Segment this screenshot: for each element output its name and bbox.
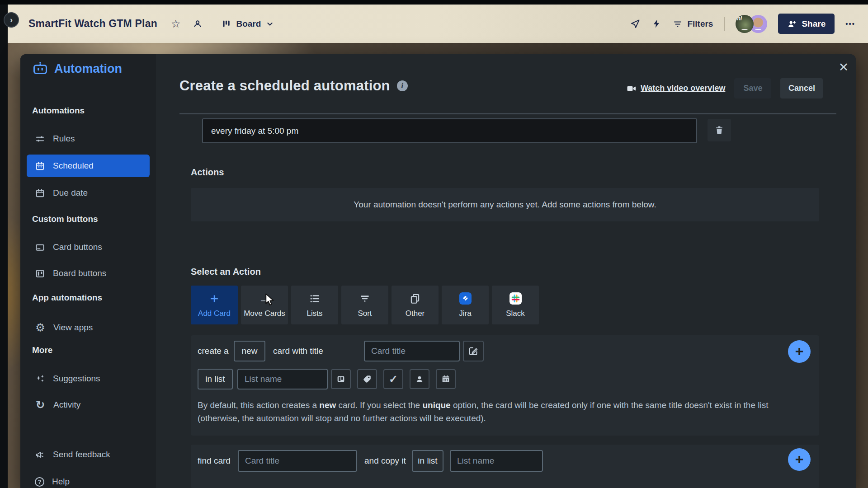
new-option-chip[interactable]: new — [234, 341, 265, 361]
avatar[interactable]: hi — [736, 15, 754, 33]
find-card-title-input[interactable] — [238, 450, 357, 472]
add-card-action-panel: create a new card with title + in list — [191, 335, 819, 436]
slack-logo-icon — [509, 292, 522, 305]
tab-label: Slack — [506, 309, 525, 318]
edit-icon — [468, 346, 479, 357]
board-members-icon[interactable] — [192, 19, 203, 29]
sidebar-item-board-buttons[interactable]: Board buttons — [27, 264, 150, 283]
tab-label: Other — [406, 309, 425, 318]
board-view-switcher[interactable]: Board — [221, 19, 274, 29]
columns-icon — [336, 374, 346, 384]
section-label-automations: Automations — [32, 105, 85, 117]
find-row-prefix: find card — [198, 450, 231, 472]
filters-button[interactable]: Filters — [673, 19, 713, 29]
sidebar-item-scheduled[interactable]: Scheduled — [27, 155, 150, 177]
tab-slack[interactable]: Slack — [492, 286, 539, 324]
trash-icon — [714, 125, 725, 136]
tab-label: Move Cards — [244, 309, 285, 318]
screen: SmartFit Watch GTM Plan ☆ Board — [0, 0, 868, 488]
sidebar-item-help[interactable]: ? Help — [27, 472, 150, 488]
section-label-custom-buttons: Custom buttons — [32, 213, 98, 225]
list-name-input[interactable] — [237, 369, 328, 389]
automation-sidebar: Automation Automations Rules — [20, 54, 156, 488]
in-list-chip[interactable]: in list — [198, 369, 233, 389]
video-camera-icon — [626, 83, 637, 94]
board-view-label: Board — [236, 19, 261, 29]
automation-logo: Automation — [32, 61, 122, 77]
sidebar-item-due-date[interactable]: Due date — [27, 183, 150, 202]
sidebar-item-card-buttons[interactable]: Card buttons — [27, 238, 150, 257]
sort-icon — [359, 292, 371, 305]
sidebar-item-label: View apps — [53, 323, 93, 333]
description-bold: new — [319, 400, 336, 410]
no-actions-message: Your automation doesn't perform any acti… — [191, 188, 819, 221]
add-action-button[interactable]: + — [788, 340, 811, 363]
tab-label: Lists — [307, 309, 323, 318]
members-button[interactable] — [410, 369, 429, 389]
sidebar-item-rules[interactable]: Rules — [27, 129, 150, 148]
due-date-button[interactable] — [436, 369, 456, 389]
info-icon[interactable]: i — [397, 80, 408, 91]
sidebar-item-view-apps[interactable]: ⚙ View apps — [27, 318, 150, 337]
window-top-strip — [0, 0, 868, 5]
calendar-icon — [35, 161, 45, 171]
tab-add-card[interactable]: + Add Card — [191, 286, 238, 324]
share-button[interactable]: Share — [778, 14, 835, 34]
gear-icon: ⚙ — [35, 322, 46, 333]
edit-title-button[interactable] — [463, 341, 484, 361]
select-action-header: Select an Action — [191, 267, 261, 277]
tab-other[interactable]: Other — [392, 286, 439, 324]
help-icon: ? — [35, 477, 44, 487]
actions-section-header: Actions — [191, 167, 224, 178]
board-position-button[interactable] — [331, 369, 351, 389]
tab-jira[interactable]: Jira — [442, 286, 489, 324]
sidebar-item-label: Card buttons — [53, 242, 102, 252]
list-icon — [309, 292, 321, 305]
copy-card-action-panel: find card and copy it in list + — [191, 445, 819, 488]
power-ups-rocket-icon[interactable] — [630, 19, 641, 29]
megaphone-icon — [35, 450, 45, 460]
tab-move-cards[interactable]: → Move Cards — [241, 286, 288, 324]
chevron-down-icon — [265, 19, 274, 28]
cancel-button[interactable]: Cancel — [780, 78, 823, 99]
share-person-icon — [787, 19, 797, 29]
sliders-icon — [35, 134, 45, 144]
card-title-input[interactable] — [364, 341, 460, 361]
schedule-expression-input[interactable] — [202, 118, 697, 143]
checklist-button[interactable]: ✓ — [383, 369, 403, 389]
header-divider — [724, 17, 725, 31]
description-text: card. If you select the — [336, 400, 422, 410]
sync-icon: ↻ — [35, 399, 46, 410]
section-label-more: More — [32, 344, 52, 356]
find-list-name-input[interactable] — [450, 450, 543, 472]
tab-sort[interactable]: Sort — [341, 286, 388, 324]
sidebar-item-send-feedback[interactable]: Send feedback — [27, 445, 150, 464]
watch-video-link[interactable]: Watch video overview — [626, 83, 725, 94]
save-button[interactable]: Save — [734, 78, 771, 99]
labels-button[interactable] — [357, 369, 377, 389]
in-list-chip[interactable]: in list — [412, 450, 443, 472]
sidebar-item-label: Suggestions — [53, 374, 100, 384]
editor-header: Create a scheduled automation i — [179, 78, 408, 94]
check-icon: ✓ — [389, 374, 398, 385]
share-label: Share — [802, 19, 826, 29]
tab-label: Add Card — [198, 309, 231, 318]
automation-bolt-icon[interactable] — [651, 19, 662, 29]
filter-icon — [673, 19, 683, 29]
watch-video-label: Watch video overview — [641, 84, 725, 93]
create-row-prefix: create a — [198, 340, 229, 362]
person-icon — [415, 374, 425, 384]
star-board-icon[interactable]: ☆ — [171, 19, 181, 29]
sidebar-expand-button[interactable]: › — [4, 12, 19, 28]
board-menu-ellipsis[interactable]: ••• — [845, 20, 855, 28]
delete-schedule-button[interactable] — [708, 119, 731, 141]
robot-icon — [32, 61, 48, 77]
sidebar-item-label: Activity — [53, 400, 80, 410]
sidebar-item-activity[interactable]: ↻ Activity — [27, 395, 150, 414]
add-action-button[interactable]: + — [788, 448, 811, 471]
plus-icon: + — [210, 292, 219, 305]
close-icon[interactable]: ✕ — [833, 57, 854, 78]
sidebar-item-label: Due date — [53, 188, 88, 198]
tab-lists[interactable]: Lists — [291, 286, 338, 324]
sidebar-item-suggestions[interactable]: Suggestions — [27, 369, 150, 388]
